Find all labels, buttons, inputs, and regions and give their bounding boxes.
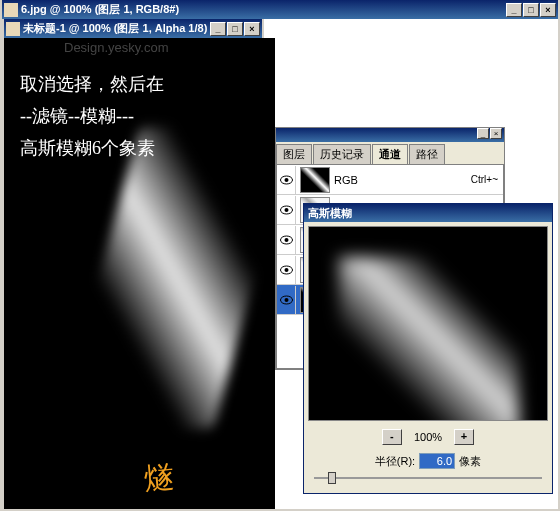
outer-window-title: 6.jpg @ 100% (图层 1, RGB/8#) <box>21 2 505 17</box>
doc-minimize-button[interactable]: _ <box>210 22 226 36</box>
svg-point-7 <box>285 268 289 272</box>
blur-preview[interactable] <box>308 226 548 421</box>
channel-thumb <box>300 167 330 193</box>
svg-point-1 <box>285 178 289 182</box>
preview-beam-graphic <box>339 257 519 421</box>
zoom-controls: - 100% + <box>304 425 552 449</box>
slider-track <box>314 477 542 479</box>
maximize-button[interactable]: □ <box>523 3 539 17</box>
svg-point-5 <box>285 238 289 242</box>
radius-unit: 像素 <box>459 454 481 469</box>
palette-tabs: 图层 历史记录 通道 路径 <box>276 142 504 164</box>
signature-graphic: 燧 <box>142 457 175 500</box>
outer-titlebar: 6.jpg @ 100% (图层 1, RGB/8#) _ □ × <box>2 0 558 19</box>
light-beam-graphic <box>59 128 294 428</box>
doc-icon <box>6 22 20 36</box>
palette-close-button[interactable]: × <box>490 128 502 139</box>
minimize-button[interactable]: _ <box>506 3 522 17</box>
zoom-in-button[interactable]: + <box>454 429 474 445</box>
doc-close-button[interactable]: × <box>244 22 260 36</box>
channel-row-rgb[interactable]: RGB Ctrl+~ <box>277 165 503 195</box>
inner-window-title: 未标题-1 @ 100% (图层 1, Alpha 1/8) <box>23 21 209 36</box>
slider-knob[interactable] <box>328 472 336 484</box>
svg-point-3 <box>285 208 289 212</box>
palette-titlebar: _ × <box>276 128 504 142</box>
watermark-text: Design.yesky.com <box>64 40 169 55</box>
gaussian-blur-dialog: 高斯模糊 - 100% + 半径(R): 像素 <box>303 203 553 494</box>
doc-maximize-button[interactable]: □ <box>227 22 243 36</box>
dialog-title: 高斯模糊 <box>304 204 552 222</box>
eye-icon[interactable] <box>278 166 296 194</box>
annotation-line-2: --滤镜--模糊--- <box>20 104 134 128</box>
radius-slider[interactable] <box>314 471 542 485</box>
app-icon <box>4 3 18 17</box>
close-button[interactable]: × <box>540 3 556 17</box>
channel-shortcut: Ctrl+~ <box>471 174 502 185</box>
zoom-out-button[interactable]: - <box>382 429 402 445</box>
channel-name: RGB <box>334 174 471 186</box>
radius-input[interactable] <box>419 453 455 469</box>
eye-icon[interactable] <box>278 286 296 314</box>
annotation-line-1: 取消选择，然后在 <box>20 72 164 96</box>
tab-history[interactable]: 历史记录 <box>313 144 371 164</box>
document-canvas[interactable]: Design.yesky.com 取消选择，然后在 --滤镜--模糊--- 高斯… <box>4 38 275 509</box>
eye-icon[interactable] <box>278 226 296 254</box>
eye-icon[interactable] <box>278 256 296 284</box>
radius-label: 半径(R): <box>375 454 415 469</box>
inner-titlebar: 未标题-1 @ 100% (图层 1, Alpha 1/8) _ □ × <box>4 19 262 38</box>
tab-channels[interactable]: 通道 <box>372 144 408 164</box>
tab-paths[interactable]: 路径 <box>409 144 445 164</box>
tab-layers[interactable]: 图层 <box>276 144 312 164</box>
zoom-value: 100% <box>414 431 442 443</box>
eye-icon[interactable] <box>278 196 296 224</box>
palette-minimize-button[interactable]: _ <box>477 128 489 139</box>
radius-row: 半径(R): 像素 <box>304 449 552 471</box>
svg-point-9 <box>285 298 289 302</box>
